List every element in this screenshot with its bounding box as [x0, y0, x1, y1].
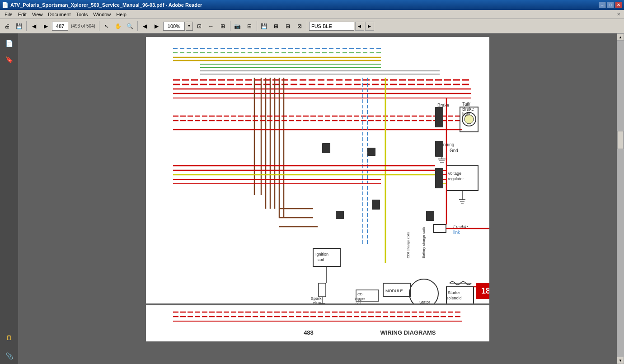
pdf-page-bottom: 488 WIRING DIAGRAMS: [146, 305, 489, 341]
svg-text:Battery charge coils: Battery charge coils: [422, 227, 426, 258]
zoom-input[interactable]: [163, 22, 185, 31]
svg-text:regulator: regulator: [448, 177, 464, 181]
pdf-page-main: Voltage regulator: [146, 37, 489, 303]
layers-button[interactable]: ⊟: [282, 21, 293, 32]
svg-text:MODULE: MODULE: [385, 289, 403, 293]
fit-page-button[interactable]: ⊡: [194, 21, 205, 32]
svg-text:CDI charge coils: CDI charge coils: [406, 232, 410, 258]
menu-edit[interactable]: Edit: [15, 11, 29, 18]
bookmarks-panel-icon[interactable]: 🔖: [3, 53, 15, 66]
svg-rect-32: [435, 168, 443, 188]
main-layout: 📄 🔖 🗒 📎: [0, 33, 624, 364]
window-title: ATV_Polaris_Sportsman_Xplorer_500_Servic…: [9, 2, 599, 8]
save-button[interactable]: 💾: [14, 21, 24, 32]
menubar: File Edit View Document Tools Window Hel…: [0, 10, 624, 19]
svg-rect-24: [435, 107, 443, 127]
adobe-close[interactable]: ✕: [617, 12, 622, 17]
pages-panel-icon[interactable]: 📄: [3, 37, 15, 50]
next-page-button[interactable]: ▶: [40, 21, 51, 32]
zoom-in-button[interactable]: 🔍: [125, 21, 136, 32]
spread-button[interactable]: ⊟: [244, 21, 255, 32]
sep1: [26, 21, 27, 31]
snapshot-button[interactable]: 📷: [232, 21, 243, 32]
svg-text:coil: coil: [318, 257, 324, 262]
scroll-thumb[interactable]: [617, 131, 624, 149]
svg-text:Brake: Brake: [437, 103, 450, 108]
zoom-in-btn[interactable]: ▶: [151, 21, 162, 32]
svg-text:trigger: trigger: [355, 297, 365, 301]
sep3: [137, 21, 138, 31]
svg-rect-116: [336, 211, 344, 219]
svg-text:Starter: Starter: [448, 290, 460, 295]
zoom-out-btn[interactable]: ◀: [140, 21, 150, 32]
sidebar: 📄 🔖 🗒 📎: [0, 33, 18, 364]
menu-window[interactable]: Window: [90, 11, 113, 18]
fit-width-button[interactable]: ↔: [206, 21, 216, 32]
sticky-note-icon[interactable]: 🗒: [3, 331, 15, 344]
search-prev-button[interactable]: ◀: [355, 22, 364, 31]
scroll-track[interactable]: [617, 41, 624, 357]
svg-text:Ignition: Ignition: [315, 252, 328, 257]
menu-file[interactable]: File: [2, 11, 15, 18]
svg-rect-117: [146, 305, 489, 341]
svg-rect-53: [322, 143, 330, 153]
page-number-input[interactable]: 487: [52, 22, 68, 31]
svg-text:Running: Running: [437, 142, 454, 147]
svg-text:Gnd: Gnd: [450, 148, 458, 153]
sep4: [230, 21, 230, 31]
save2-button[interactable]: 💾: [259, 21, 270, 32]
menu-view[interactable]: View: [29, 11, 46, 18]
print-button[interactable]: 🖨: [2, 21, 13, 32]
scroll-up-button[interactable]: ▲: [617, 33, 624, 41]
toolbar: 🖨 💾 ◀ ▶ 487 (493 of 504) ↖ ✋ 🔍 ◀ ▶ ▼ ⊡ ↔…: [0, 19, 624, 33]
svg-text:coil: coil: [356, 301, 361, 303]
prev-page-button[interactable]: ◀: [28, 21, 39, 32]
grid-button[interactable]: ⊞: [271, 21, 282, 32]
minimize-button[interactable]: –: [599, 2, 606, 8]
svg-rect-47: [426, 211, 434, 221]
zoom-dropdown[interactable]: ▼: [186, 22, 193, 31]
sep2: [99, 21, 99, 31]
svg-text:plug: plug: [313, 301, 321, 303]
more-button[interactable]: ⊠: [294, 21, 305, 32]
content-area: Voltage regulator: [18, 33, 617, 364]
svg-rect-52: [372, 200, 380, 210]
page-count: (493 of 504): [69, 23, 97, 28]
titlebar: 📄 ATV_Polaris_Sportsman_Xplorer_500_Serv…: [0, 0, 624, 10]
svg-text:Voltage: Voltage: [448, 171, 461, 176]
wiring-diagram: Voltage regulator: [146, 37, 489, 303]
svg-text:Brake: Brake: [462, 107, 474, 112]
app-icon: 📄: [2, 2, 9, 8]
svg-text:Stator: Stator: [419, 300, 430, 303]
svg-text:CDI: CDI: [357, 292, 364, 296]
svg-text:link: link: [453, 230, 460, 235]
menu-document[interactable]: Document: [45, 11, 73, 18]
hand-tool-button[interactable]: ✋: [113, 21, 124, 32]
sep6: [307, 21, 307, 31]
scrollbar: ▲ ▼: [617, 33, 624, 364]
maximize-button[interactable]: □: [607, 2, 614, 8]
svg-rect-44: [433, 224, 446, 233]
menu-help[interactable]: Help: [113, 11, 129, 18]
svg-text:Spark: Spark: [311, 296, 322, 301]
svg-text:488: 488: [304, 329, 314, 336]
menu-tools[interactable]: Tools: [74, 11, 91, 18]
svg-text:Tail/: Tail/: [462, 102, 470, 107]
select-tool-button[interactable]: ↖: [101, 21, 112, 32]
svg-rect-115: [367, 148, 375, 156]
paperclip-icon[interactable]: 📎: [3, 350, 15, 362]
svg-text:18: 18: [481, 286, 489, 295]
svg-text:WIRING DIAGRAMS: WIRING DIAGRAMS: [380, 329, 436, 336]
sep5: [257, 21, 257, 31]
svg-text:solenoid: solenoid: [446, 296, 462, 300]
svg-text:light: light: [462, 112, 471, 117]
scroll-down-button[interactable]: ▼: [617, 357, 624, 364]
search-next-button[interactable]: ▶: [365, 22, 374, 31]
close-button[interactable]: ✕: [615, 2, 622, 8]
actual-size-button[interactable]: ⊞: [217, 21, 228, 32]
search-input[interactable]: [309, 22, 354, 31]
